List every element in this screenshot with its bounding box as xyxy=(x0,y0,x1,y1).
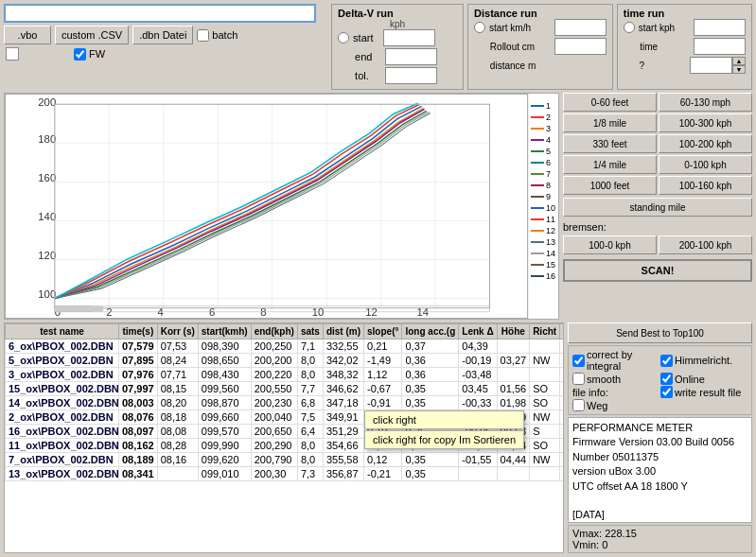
weg-label[interactable]: Weg xyxy=(572,399,659,411)
fw-checkbox[interactable] xyxy=(74,48,86,61)
speed-btn-330-feet[interactable]: 330 feet xyxy=(563,134,657,153)
cell-time: 08,003 xyxy=(119,396,158,410)
delta-v-start[interactable]: 100.0 xyxy=(383,29,435,46)
file-path-input[interactable]: Pbox\PBOX_002.DBN xyxy=(4,4,316,23)
standing-mile-button[interactable]: standing mile xyxy=(563,198,752,217)
speed-btn-1000-feet[interactable]: 1000 feet xyxy=(563,176,657,195)
table-row[interactable]: 13_ox\PBOX_002.DBN08,341099,010200,307,3… xyxy=(6,467,564,481)
fw-label: FW xyxy=(89,48,105,60)
tol-label: tol. xyxy=(355,70,381,81)
time-val[interactable]: 10.0 xyxy=(694,38,746,55)
cell-slope: -0,67 xyxy=(364,382,402,396)
bremsen-btn-1[interactable]: 100-0 kph xyxy=(563,235,657,254)
speed-btn-60-130-mph[interactable]: 60-130 mph xyxy=(659,93,752,112)
delta-v-tol[interactable]: 10 xyxy=(385,67,437,84)
cell-end: 200,290 xyxy=(251,439,297,453)
speed-btn-1-8-mile[interactable]: 1/8 mile xyxy=(563,113,657,132)
perf-line-4: UTC offset AA 18 1800 Y xyxy=(572,479,747,494)
table-row[interactable]: 14_ox\PBOX_002.DBN08,00308,20098,870200,… xyxy=(6,396,564,410)
cell-sats: 7,1 xyxy=(297,339,323,354)
cell-graph[interactable]: Graph xyxy=(560,368,563,382)
empty-checkbox[interactable] xyxy=(6,47,19,61)
distance-val[interactable]: 402.34 xyxy=(554,57,607,74)
speed-btn-0-100-kph[interactable]: 0-100 kph xyxy=(659,155,752,174)
cell-name: 11_ox\PBOX_002.DBN xyxy=(6,439,119,453)
bremsen-btn-2[interactable]: 200-100 kph xyxy=(659,235,752,254)
online-cb[interactable] xyxy=(660,373,673,385)
spinbox-down[interactable]: ▼ xyxy=(732,65,746,74)
speed-btn-1-4-mile[interactable]: 1/4 mile xyxy=(563,155,657,174)
delta-v-radio[interactable] xyxy=(338,32,349,44)
batch-checkbox[interactable] xyxy=(197,29,209,42)
speed-btn-100-300-kph[interactable]: 100-300 kph xyxy=(659,113,752,132)
batch-checkbox-label[interactable]: batch xyxy=(197,29,237,42)
cell-hohe: 04,44 xyxy=(497,453,530,467)
click-right-text: click right xyxy=(373,414,416,426)
cell-graph[interactable]: Graph xyxy=(560,453,563,467)
cell-end: 200,200 xyxy=(251,354,297,368)
cell-sats: 8,0 xyxy=(297,439,323,453)
correct-integral-cb[interactable] xyxy=(572,355,585,367)
cell-graph[interactable]: Graph xyxy=(560,439,563,453)
smooth-cb[interactable] xyxy=(572,373,585,385)
cell-slope: -1,49 xyxy=(364,354,402,368)
cell-korr: 08,20 xyxy=(157,396,198,410)
copy-right-label[interactable]: click right for copy Im Sortieren xyxy=(364,430,524,449)
himmelricht-label[interactable]: Himmelricht. xyxy=(660,349,747,372)
cell-end: 200,250 xyxy=(251,339,297,354)
write-result-cb[interactable] xyxy=(660,386,673,398)
cell-graph[interactable]: Graph xyxy=(560,396,563,410)
start-label: start xyxy=(353,32,379,44)
cell-name: 6_ox\PBOX_002.DBN xyxy=(6,339,119,354)
vbo-button[interactable]: .vbo xyxy=(4,26,51,44)
cell-graph[interactable]: Graph xyxy=(560,467,563,481)
table-row[interactable]: 3_ox\PBOX_002.DBN07,97607,71098,430200,2… xyxy=(6,368,564,382)
cell-richt: NW xyxy=(530,453,560,467)
himmelricht-cb[interactable] xyxy=(660,355,673,367)
time-start-val[interactable]: 100.0 xyxy=(694,19,746,36)
cell-graph[interactable]: Graph xyxy=(560,425,563,439)
cell-start: 099,990 xyxy=(198,439,251,453)
time-radio[interactable] xyxy=(624,22,635,33)
dbn-button[interactable]: .dbn Datei xyxy=(132,26,193,44)
table-row[interactable]: 5_ox\PBOX_002.DBN07,89508,24098,650200,2… xyxy=(6,354,564,368)
right-speed-panel: 0-60 feet 60-130 mph 1/8 mile 100-300 kp… xyxy=(563,93,752,320)
cell-richt: NW xyxy=(530,354,560,368)
table-row[interactable]: 6_ox\PBOX_002.DBN07,57907,53098,390200,2… xyxy=(6,339,564,354)
cell-graph[interactable]: Graph xyxy=(560,410,563,425)
table-row[interactable]: 7_ox\PBOX_002.DBN08,18908,16099,620200,7… xyxy=(6,453,564,467)
cell-graph[interactable]: Graph xyxy=(560,382,563,396)
smooth-text: smooth xyxy=(587,374,621,385)
distance-radio[interactable] xyxy=(474,22,485,33)
cell-richt: NW xyxy=(530,410,560,425)
q-val[interactable]: 1.000 xyxy=(690,57,732,74)
scan-button[interactable]: SCAN! xyxy=(563,259,752,282)
weg-cb[interactable] xyxy=(572,399,585,411)
cell-lenk: -00,33 xyxy=(459,396,497,410)
speed-btn-100-200-kph[interactable]: 100-200 kph xyxy=(659,134,752,153)
online-label[interactable]: Online xyxy=(660,373,747,385)
correct-integral-label[interactable]: correct by integral xyxy=(572,349,659,372)
q-label: ? xyxy=(639,61,686,71)
cell-name: 15_ox\PBOX_002.DBN xyxy=(6,382,119,396)
delta-v-end[interactable]: 200.0 xyxy=(385,48,437,65)
dist-start-val[interactable]: 1.0 xyxy=(554,19,607,36)
speed-btn-0-60-feet[interactable]: 0-60 feet xyxy=(563,93,657,112)
send-best-button[interactable]: Send Best to Top100 xyxy=(568,322,752,343)
cell-graph[interactable]: Graph xyxy=(560,339,563,354)
data-table: test name time(s) Korr (s) start(kmh) en… xyxy=(5,323,563,481)
cell-time: 08,097 xyxy=(119,425,158,439)
cell-long: 0,35 xyxy=(402,467,459,481)
cell-dist: 348,32 xyxy=(323,368,363,382)
smooth-label[interactable]: smooth xyxy=(572,373,659,385)
cell-graph[interactable]: Graph xyxy=(560,354,563,368)
rollout-val[interactable]: 30 xyxy=(554,38,607,55)
table-row[interactable]: 15_ox\PBOX_002.DBN07,99708,15099,560200,… xyxy=(6,382,564,396)
cell-richt: SO xyxy=(530,382,560,396)
csv-button[interactable]: custom .CSV xyxy=(55,26,129,44)
spinbox-up[interactable]: ▲ xyxy=(732,57,746,65)
speed-btn-100-160-kph[interactable]: 100-160 kph xyxy=(659,176,752,195)
write-result-label[interactable]: write result file xyxy=(660,386,747,398)
cell-time: 08,189 xyxy=(119,453,158,467)
fw-checkbox-label[interactable]: FW xyxy=(74,48,105,61)
